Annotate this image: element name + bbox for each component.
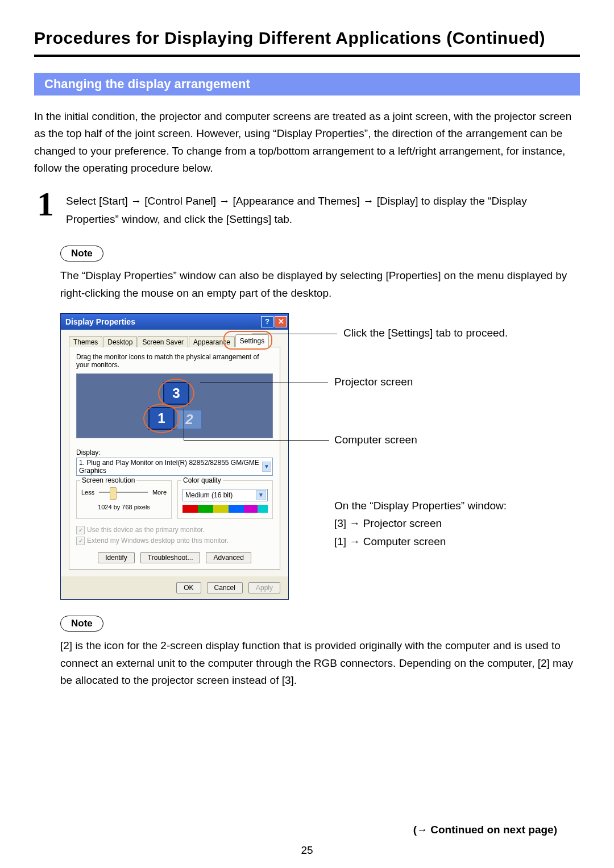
tab-desktop[interactable]: Desktop: [103, 336, 137, 347]
leader-line: [184, 440, 329, 441]
checkbox-icon: ✓: [76, 526, 85, 534]
step-number: 1: [34, 189, 57, 219]
note-2-text: [2] is the icon for the 2-screen display…: [60, 637, 580, 689]
monitor-arrangement-area[interactable]: 3 1 2: [76, 373, 273, 438]
tab-appearance[interactable]: Appearance: [189, 336, 235, 347]
color-quality-dropdown[interactable]: Medium (16 bit) ▼: [182, 489, 268, 501]
display-label: Display:: [76, 448, 273, 456]
title-rule: [34, 55, 580, 57]
slider-thumb[interactable]: [110, 487, 117, 500]
slider-less-label: Less: [81, 489, 94, 496]
apply-button[interactable]: Apply: [248, 582, 280, 593]
display-dropdown[interactable]: 1. Plug and Play Monitor on Intel(R) 828…: [76, 458, 273, 476]
close-button[interactable]: ✕: [275, 316, 287, 327]
callout-computer: Computer screen: [334, 434, 417, 446]
note-badge: Note: [60, 246, 103, 261]
leader-line: [200, 383, 328, 383]
settings-panel: Drag the monitor icons to match the phys…: [69, 347, 280, 570]
callout-map-1: [1] → Computer screen: [334, 533, 507, 550]
tab-settings[interactable]: Settings: [235, 334, 269, 347]
advanced-button[interactable]: Advanced: [206, 552, 251, 563]
troubleshoot-button[interactable]: Troubleshoot...: [140, 552, 201, 563]
ok-button[interactable]: OK: [176, 582, 201, 593]
monitor-2-icon[interactable]: 2: [176, 409, 202, 430]
slider-more-label: More: [152, 489, 167, 496]
tab-row: Themes Desktop Screen Saver Appearance S…: [69, 334, 280, 347]
monitor-1-icon[interactable]: 1: [148, 407, 175, 430]
monitor-options-checkboxes: ✓Use this device as the primary monitor.…: [76, 525, 273, 546]
step-1: 1 Select [Start] → [Control Panel] → [Ap…: [34, 192, 580, 229]
help-button[interactable]: ?: [261, 316, 273, 327]
page-number: 25: [0, 844, 614, 857]
drag-instruction: Drag the monitor icons to match the phys…: [76, 353, 273, 369]
resolution-value: 1024 by 768 pixels: [81, 504, 167, 510]
cancel-button[interactable]: Cancel: [207, 582, 243, 593]
window-title: Display Properties: [65, 317, 135, 326]
color-quality-label: Color quality: [181, 476, 223, 484]
intro-paragraph: In the initial condition, the projector …: [34, 108, 580, 177]
primary-monitor-checkbox[interactable]: ✓Use this device as the primary monitor.: [76, 525, 273, 535]
note-1-text: The “Display Properties” window can also…: [60, 267, 580, 302]
color-quality-value: Medium (16 bit): [185, 491, 233, 499]
note-badge: Note: [60, 616, 103, 632]
section-header: Changing the display arrangement: [34, 73, 580, 95]
step-text: Select [Start] → [Control Panel] → [Appe…: [66, 192, 580, 229]
tab-screensaver[interactable]: Screen Saver: [138, 336, 188, 347]
callout-settings-tab: Click the [Settings] tab to proceed.: [343, 327, 508, 339]
extend-desktop-checkbox[interactable]: ✓Extend my Windows desktop onto this mon…: [76, 535, 273, 546]
callout-window-map-title: On the “Display Properties” window:: [334, 497, 507, 514]
checkbox-icon: ✓: [76, 537, 85, 545]
screen-resolution-group: Screen resolution Less More 1024 by 768 …: [76, 480, 172, 519]
page-title: Procedures for Displaying Different Appl…: [34, 28, 580, 48]
resolution-slider[interactable]: [99, 492, 148, 493]
tab-themes[interactable]: Themes: [69, 336, 102, 347]
display-properties-window: Display Properties ? ✕ Themes Desktop Sc…: [60, 313, 289, 600]
color-gradient-preview: [182, 505, 268, 513]
callout-projector: Projector screen: [334, 376, 413, 388]
screen-resolution-label: Screen resolution: [80, 476, 136, 484]
primary-monitor-label: Use this device as the primary monitor.: [87, 525, 205, 535]
callout-map-3: [3] → Projector screen: [334, 514, 507, 532]
display-dropdown-value: 1. Plug and Play Monitor on Intel(R) 828…: [79, 459, 262, 475]
identify-button[interactable]: Identify: [98, 552, 135, 563]
extend-desktop-label: Extend my Windows desktop onto this moni…: [87, 535, 229, 546]
continued-label: (→ Continued on next page): [413, 824, 557, 836]
figure: Display Properties ? ✕ Themes Desktop Sc…: [60, 313, 580, 600]
callouts: Click the [Settings] tab to proceed. Pro…: [312, 313, 580, 600]
color-quality-group: Color quality Medium (16 bit) ▼: [177, 480, 273, 519]
chevron-down-icon: ▼: [262, 462, 271, 472]
leader-line: [184, 409, 184, 440]
chevron-down-icon: ▼: [256, 490, 266, 500]
monitor-3-icon[interactable]: 3: [163, 382, 189, 405]
window-titlebar[interactable]: Display Properties ? ✕: [61, 314, 288, 330]
